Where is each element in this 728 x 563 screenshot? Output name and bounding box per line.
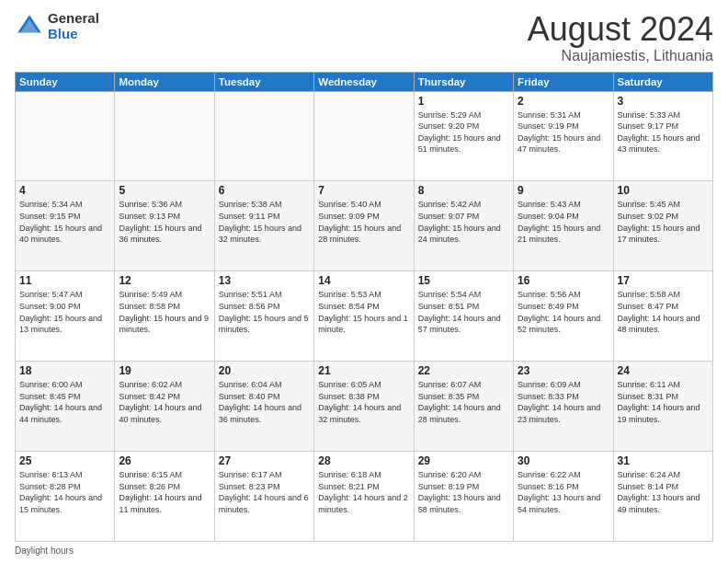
logo-general: General (48, 11, 99, 27)
calendar-cell: 27Sunrise: 6:17 AM Sunset: 8:23 PM Dayli… (214, 452, 313, 542)
title-location: Naujamiestis, Lithuania (528, 48, 713, 64)
calendar-cell: 19Sunrise: 6:02 AM Sunset: 8:42 PM Dayli… (115, 362, 214, 452)
day-number: 30 (518, 454, 609, 467)
calendar-cell: 5Sunrise: 5:36 AM Sunset: 9:13 PM Daylig… (115, 181, 214, 271)
day-info: Sunrise: 5:43 AM Sunset: 9:04 PM Dayligh… (518, 199, 609, 245)
col-friday: Friday (514, 72, 613, 91)
calendar-cell: 8Sunrise: 5:42 AM Sunset: 9:07 PM Daylig… (414, 181, 513, 271)
day-number: 26 (119, 454, 210, 467)
day-number: 4 (19, 184, 110, 197)
day-info: Sunrise: 6:22 AM Sunset: 8:16 PM Dayligh… (518, 469, 609, 515)
col-tuesday: Tuesday (214, 72, 313, 91)
day-info: Sunrise: 5:29 AM Sunset: 9:20 PM Dayligh… (418, 109, 509, 155)
col-wednesday: Wednesday (314, 72, 414, 91)
calendar-cell: 26Sunrise: 6:15 AM Sunset: 8:26 PM Dayli… (115, 452, 214, 542)
calendar-cell: 14Sunrise: 5:53 AM Sunset: 8:54 PM Dayli… (314, 271, 414, 362)
col-monday: Monday (115, 72, 214, 91)
day-number: 9 (518, 184, 609, 197)
calendar-cell: 6Sunrise: 5:38 AM Sunset: 9:11 PM Daylig… (214, 181, 313, 271)
calendar-table: Sunday Monday Tuesday Wednesday Thursday… (15, 72, 713, 542)
day-number: 10 (618, 184, 709, 197)
calendar-cell: 31Sunrise: 6:24 AM Sunset: 8:14 PM Dayli… (613, 452, 712, 542)
col-thursday: Thursday (414, 72, 513, 91)
logo: General Blue (15, 11, 99, 41)
day-number: 31 (618, 454, 709, 467)
day-info: Sunrise: 6:18 AM Sunset: 8:21 PM Dayligh… (318, 469, 409, 515)
calendar-cell: 21Sunrise: 6:05 AM Sunset: 8:38 PM Dayli… (314, 362, 414, 452)
calendar-cell: 29Sunrise: 6:20 AM Sunset: 8:19 PM Dayli… (414, 452, 513, 542)
day-info: Sunrise: 6:11 AM Sunset: 8:31 PM Dayligh… (618, 379, 709, 425)
day-info: Sunrise: 6:20 AM Sunset: 8:19 PM Dayligh… (418, 469, 509, 515)
calendar-cell: 30Sunrise: 6:22 AM Sunset: 8:16 PM Dayli… (514, 452, 613, 542)
day-info: Sunrise: 5:51 AM Sunset: 8:56 PM Dayligh… (219, 289, 310, 335)
day-info: Sunrise: 6:02 AM Sunset: 8:42 PM Dayligh… (119, 379, 210, 425)
day-number: 15 (418, 274, 509, 287)
day-info: Sunrise: 5:45 AM Sunset: 9:02 PM Dayligh… (618, 199, 709, 245)
day-number: 11 (19, 274, 110, 287)
day-number: 19 (119, 364, 210, 377)
day-number: 7 (318, 184, 409, 197)
day-info: Sunrise: 5:54 AM Sunset: 8:51 PM Dayligh… (418, 289, 509, 335)
day-number: 1 (418, 95, 509, 108)
day-info: Sunrise: 5:42 AM Sunset: 9:07 PM Dayligh… (418, 199, 509, 245)
footer: Daylight hours (15, 546, 713, 556)
day-number: 28 (318, 454, 409, 467)
day-number: 18 (19, 364, 110, 377)
calendar-cell: 1Sunrise: 5:29 AM Sunset: 9:20 PM Daylig… (414, 91, 513, 181)
title-month: August 2024 (528, 11, 713, 48)
calendar-cell: 13Sunrise: 5:51 AM Sunset: 8:56 PM Dayli… (214, 271, 313, 362)
day-info: Sunrise: 5:34 AM Sunset: 9:15 PM Dayligh… (19, 199, 110, 245)
calendar-cell: 17Sunrise: 5:58 AM Sunset: 8:47 PM Dayli… (613, 271, 712, 362)
day-number: 6 (219, 184, 310, 197)
day-number: 25 (19, 454, 110, 467)
day-number: 14 (318, 274, 409, 287)
header: General Blue August 2024 Naujamiestis, L… (15, 11, 713, 64)
calendar-cell (16, 91, 115, 181)
calendar-cell: 18Sunrise: 6:00 AM Sunset: 8:45 PM Dayli… (16, 362, 115, 452)
day-number: 3 (618, 95, 709, 108)
page: General Blue August 2024 Naujamiestis, L… (0, 0, 728, 563)
calendar-cell: 20Sunrise: 6:04 AM Sunset: 8:40 PM Dayli… (214, 362, 313, 452)
day-info: Sunrise: 6:05 AM Sunset: 8:38 PM Dayligh… (318, 379, 409, 425)
calendar-cell: 2Sunrise: 5:31 AM Sunset: 9:19 PM Daylig… (514, 91, 613, 181)
day-number: 13 (219, 274, 310, 287)
day-info: Sunrise: 5:49 AM Sunset: 8:58 PM Dayligh… (119, 289, 210, 335)
day-number: 2 (518, 95, 609, 108)
day-info: Sunrise: 5:56 AM Sunset: 8:49 PM Dayligh… (518, 289, 609, 335)
day-number: 12 (119, 274, 210, 287)
day-info: Sunrise: 6:13 AM Sunset: 8:28 PM Dayligh… (19, 469, 110, 515)
day-info: Sunrise: 5:47 AM Sunset: 9:00 PM Dayligh… (19, 289, 110, 335)
day-info: Sunrise: 5:53 AM Sunset: 8:54 PM Dayligh… (318, 289, 409, 335)
calendar-week-row: 1Sunrise: 5:29 AM Sunset: 9:20 PM Daylig… (16, 91, 713, 181)
calendar-header-row: Sunday Monday Tuesday Wednesday Thursday… (16, 72, 713, 91)
calendar-cell: 4Sunrise: 5:34 AM Sunset: 9:15 PM Daylig… (16, 181, 115, 271)
day-info: Sunrise: 6:24 AM Sunset: 8:14 PM Dayligh… (618, 469, 709, 515)
calendar-cell (214, 91, 313, 181)
calendar-week-row: 4Sunrise: 5:34 AM Sunset: 9:15 PM Daylig… (16, 181, 713, 271)
day-info: Sunrise: 6:09 AM Sunset: 8:33 PM Dayligh… (518, 379, 609, 425)
col-sunday: Sunday (16, 72, 115, 91)
calendar-cell: 25Sunrise: 6:13 AM Sunset: 8:28 PM Dayli… (16, 452, 115, 542)
logo-icon (15, 12, 44, 41)
day-info: Sunrise: 5:36 AM Sunset: 9:13 PM Dayligh… (119, 199, 210, 245)
day-number: 23 (518, 364, 609, 377)
day-number: 22 (418, 364, 509, 377)
calendar-cell: 3Sunrise: 5:33 AM Sunset: 9:17 PM Daylig… (613, 91, 712, 181)
day-info: Sunrise: 5:40 AM Sunset: 9:09 PM Dayligh… (318, 199, 409, 245)
day-number: 17 (618, 274, 709, 287)
day-number: 20 (219, 364, 310, 377)
day-info: Sunrise: 6:00 AM Sunset: 8:45 PM Dayligh… (19, 379, 110, 425)
logo-text: General Blue (48, 11, 99, 41)
calendar-cell: 23Sunrise: 6:09 AM Sunset: 8:33 PM Dayli… (514, 362, 613, 452)
day-info: Sunrise: 5:33 AM Sunset: 9:17 PM Dayligh… (618, 109, 709, 155)
day-number: 5 (119, 184, 210, 197)
day-number: 24 (618, 364, 709, 377)
calendar-cell: 15Sunrise: 5:54 AM Sunset: 8:51 PM Dayli… (414, 271, 513, 362)
day-number: 21 (318, 364, 409, 377)
calendar-cell: 9Sunrise: 5:43 AM Sunset: 9:04 PM Daylig… (514, 181, 613, 271)
day-info: Sunrise: 5:31 AM Sunset: 9:19 PM Dayligh… (518, 109, 609, 155)
calendar-cell: 24Sunrise: 6:11 AM Sunset: 8:31 PM Dayli… (613, 362, 712, 452)
day-info: Sunrise: 5:58 AM Sunset: 8:47 PM Dayligh… (618, 289, 709, 335)
calendar-week-row: 25Sunrise: 6:13 AM Sunset: 8:28 PM Dayli… (16, 452, 713, 542)
calendar-week-row: 18Sunrise: 6:00 AM Sunset: 8:45 PM Dayli… (16, 362, 713, 452)
